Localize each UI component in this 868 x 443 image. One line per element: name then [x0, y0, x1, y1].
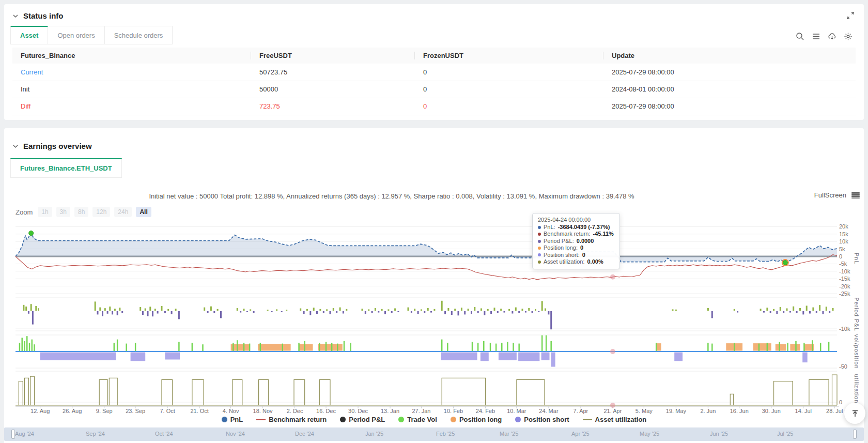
period-pnl-bar	[711, 311, 713, 318]
series-marker-icon	[538, 233, 541, 236]
slider-left-handle[interactable]	[11, 430, 15, 439]
legend-item-trade-vol[interactable]: Trade Vol	[398, 416, 437, 423]
slider-right-handle[interactable]	[853, 430, 857, 439]
period-pnl-bar	[812, 308, 814, 311]
tooltip-label: Period P&L:	[544, 238, 574, 245]
utilization-pulse	[259, 379, 269, 405]
period-pnl-bar	[336, 311, 337, 313]
period-pnl-bar	[97, 311, 99, 314]
y-axis-label: 5k	[839, 246, 845, 252]
earnings-chart[interactable]	[4, 128, 864, 443]
y-axis-label: -25k	[839, 291, 850, 297]
legend-circle-icon	[451, 417, 456, 422]
settings-gear-icon[interactable]	[844, 32, 853, 41]
position-long-block	[656, 343, 661, 350]
legend-line-icon	[256, 419, 266, 420]
x-axis-label: 16. Dec	[316, 408, 336, 414]
period-pnl-bar	[32, 311, 34, 325]
col-update: Update	[603, 48, 856, 64]
period-pnl-bar	[213, 311, 215, 313]
period-pnl-bar	[461, 308, 462, 311]
legend-item-pnl[interactable]: PnL	[222, 416, 243, 423]
period-pnl-bar	[253, 311, 255, 313]
y-axis-label: 20k	[839, 223, 848, 230]
tooltip-row: Asset utilization: 0.00%	[538, 258, 614, 265]
period-pnl-bar	[760, 309, 762, 311]
earnings-overview-panel: Earnings overview Futures_Binance.ETH_US…	[4, 128, 864, 443]
tooltip-label: Position short:	[544, 252, 580, 258]
period-pnl-bar	[121, 311, 123, 313]
x-axis-label: 10. Feb	[444, 408, 463, 414]
frozen-usdt-value: 0	[415, 81, 603, 98]
period-pnl-bar	[281, 311, 283, 312]
utilization-pulse	[233, 379, 242, 405]
tab-asset[interactable]: Asset	[10, 26, 48, 44]
period-pnl-bar	[541, 301, 543, 311]
legend-item-position-long[interactable]: Position long	[451, 416, 502, 423]
period-pnl-bar	[518, 311, 520, 313]
status-info-title: Status info	[23, 11, 64, 20]
collapse-chevron-icon[interactable]	[12, 13, 19, 19]
cloud-download-icon[interactable]	[828, 32, 836, 41]
period-pnl-bar	[793, 307, 794, 311]
series-marker-icon	[538, 253, 541, 256]
trade-marker-green-dot	[29, 231, 34, 236]
period-pnl-bar	[220, 311, 222, 318]
period-pnl-bar	[468, 309, 469, 311]
period-pnl-bar	[152, 311, 153, 316]
period-pnl-bar	[394, 309, 396, 311]
period-pnl-bar	[271, 311, 273, 312]
period-pnl-bar	[99, 308, 101, 311]
period-pnl-bar	[538, 311, 539, 312]
period-pnl-bar	[417, 311, 419, 314]
list-icon[interactable]	[812, 32, 820, 41]
x-axis-label: 30. Dec	[348, 408, 368, 414]
tooltip-value: 0.0000	[577, 238, 594, 245]
period-pnl-bar	[484, 311, 485, 315]
legend-item-period-p-l[interactable]: Period P&L	[340, 416, 385, 423]
period-pnl-bar	[421, 309, 422, 311]
period-pnl-bar	[330, 311, 331, 314]
period-pnl-bar	[823, 311, 824, 314]
utilization-pulse	[162, 379, 173, 405]
search-icon[interactable]	[796, 32, 804, 41]
period-pnl-bar	[157, 311, 159, 314]
tab-schedule-orders[interactable]: Schedule orders	[105, 26, 173, 44]
period-pnl-bar	[164, 311, 166, 313]
x-axis-label: 5. May	[636, 408, 653, 414]
slider-month-label: Feb '25	[436, 431, 455, 437]
y-axis-title-vol-position: vol/position	[854, 334, 860, 369]
period-pnl-bar	[250, 309, 251, 311]
period-pnl-bar	[23, 305, 24, 311]
col-frozenusdt: FrozenUSDT	[415, 48, 603, 64]
legend-item-benchmark-return[interactable]: Benchmark return	[256, 416, 327, 423]
period-pnl-bar	[104, 308, 106, 311]
period-pnl-bar	[464, 311, 466, 314]
position-short-block	[40, 353, 116, 360]
period-pnl-bar	[267, 310, 269, 311]
position-short-block	[499, 353, 517, 360]
period-pnl-bar	[309, 311, 311, 315]
tab-open-orders[interactable]: Open orders	[48, 26, 104, 44]
period-pnl-bar	[371, 311, 373, 313]
period-pnl-bar	[447, 308, 449, 311]
period-pnl-bar	[471, 311, 472, 314]
period-pnl-bar	[171, 311, 173, 314]
period-pnl-bar	[300, 309, 301, 311]
period-pnl-bar	[178, 311, 180, 319]
position-long-block	[258, 344, 291, 351]
row-name[interactable]: Current	[12, 64, 251, 81]
period-pnl-bar	[414, 309, 415, 311]
arrow-up-to-top-icon	[851, 409, 859, 418]
col-futures-binance: Futures_Binance	[12, 48, 251, 64]
legend-item-position-short[interactable]: Position short	[515, 416, 569, 423]
period-pnl-bar	[477, 311, 479, 313]
utilization-pulse	[319, 379, 330, 405]
period-pnl-bar	[391, 311, 393, 313]
legend-item-asset-utilization[interactable]: Asset utilization	[583, 416, 647, 423]
back-to-top-button[interactable]	[844, 403, 865, 424]
expand-icon[interactable]	[846, 11, 855, 20]
period-pnl-bar	[481, 309, 482, 311]
period-pnl-bar	[780, 307, 781, 311]
datazoom-slider[interactable]: Aug '24Sep '24Oct '24Nov '24Dec '24Jan '…	[4, 427, 864, 441]
